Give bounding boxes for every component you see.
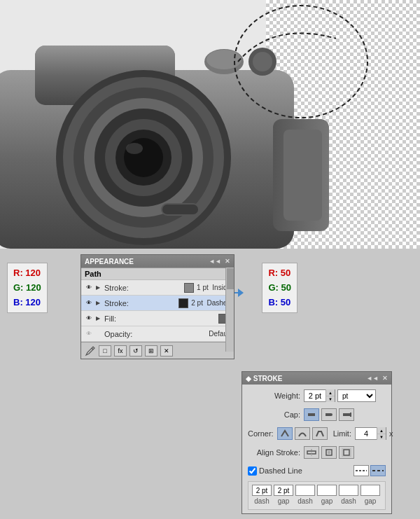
fill-label: Fill:: [104, 314, 218, 323]
svg-rect-25: [350, 413, 351, 417]
align-outside-button[interactable]: [339, 446, 354, 459]
align-center-button[interactable]: [304, 446, 319, 459]
cap-round-button[interactable]: [321, 408, 337, 421]
cap-label: Cap:: [248, 410, 300, 419]
svg-rect-30: [344, 450, 349, 455]
appearance-panel: APPEARANCE ◄◄ ✕ Path 👁 ▶ Stroke: 1 pt In…: [80, 254, 234, 359]
align-inside-button[interactable]: [321, 446, 337, 459]
align-control: [304, 446, 354, 459]
corner-miter-button[interactable]: [277, 427, 293, 440]
limit-box: Limit: ▲ ▼ x: [333, 427, 393, 440]
cap-square-button[interactable]: [339, 408, 354, 421]
camera-illustration: [0, 0, 420, 249]
svg-rect-24: [343, 413, 350, 416]
weight-input[interactable]: [304, 392, 326, 400]
weight-spinner-arrows: ▲ ▼: [326, 389, 335, 402]
dashed-line-label: Dashed Line: [259, 466, 302, 475]
dash-input-3[interactable]: [339, 485, 358, 496]
appearance-header-label: Path: [85, 270, 102, 278]
weight-up-button[interactable]: ▲: [326, 389, 335, 396]
limit-input[interactable]: [356, 429, 377, 438]
svg-rect-21: [308, 413, 315, 416]
appearance-titlebar: APPEARANCE ◄◄ ✕: [81, 255, 234, 268]
weight-label: Weight:: [248, 392, 300, 400]
cap-butt-button[interactable]: [304, 408, 319, 421]
dash-sublabel-1: dash: [252, 497, 272, 505]
dash-sublabel-3: dash: [339, 497, 358, 505]
delete-button[interactable]: ✕: [160, 345, 173, 357]
stroke1-swatch[interactable]: [184, 283, 194, 293]
corner-bevel-button[interactable]: [312, 427, 328, 440]
stroke2-swatch[interactable]: [178, 298, 188, 308]
gap-input-3[interactable]: [360, 485, 380, 496]
dash-preview-1[interactable]: [354, 465, 369, 476]
color-g-right: G: 50: [268, 281, 291, 296]
clear-button[interactable]: ↺: [130, 345, 142, 357]
gap-sublabel-2: gap: [317, 497, 337, 505]
pencil-icon[interactable]: [85, 345, 96, 357]
weight-down-button[interactable]: ▼: [326, 396, 335, 402]
visibility-icon-3[interactable]: 👁: [84, 314, 94, 324]
visibility-icon-2[interactable]: 👁: [84, 298, 94, 308]
stroke-title: ◆ STROKE: [246, 375, 282, 382]
limit-down-button[interactable]: ▼: [377, 434, 386, 440]
svg-rect-29: [328, 451, 330, 454]
visibility-icon-1[interactable]: 👁: [84, 283, 94, 293]
corner-round-button[interactable]: [295, 427, 310, 440]
connector-arrowhead: [238, 289, 244, 297]
stroke-panel-body: Weight: ▲ ▼ pt px mm: [242, 385, 391, 513]
dashed-line-checkbox-label[interactable]: Dashed Line: [248, 466, 302, 476]
weight-unit-select[interactable]: pt px mm: [337, 389, 376, 402]
limit-spinner[interactable]: ▲ ▼: [355, 427, 386, 440]
gap-sublabel-3: gap: [360, 497, 380, 505]
stroke-align-row: Align Stroke:: [248, 445, 386, 460]
scrollbar-thumb[interactable]: [227, 268, 234, 289]
appearance-row-stroke2[interactable]: 👁 ▶ Stroke: 2 pt Dashed: [81, 296, 234, 311]
new-item-button[interactable]: □: [99, 345, 111, 357]
gap-input-2[interactable]: [317, 485, 337, 496]
svg-point-13: [126, 143, 143, 154]
expand-icon-2[interactable]: ▶: [96, 300, 103, 307]
duplicate-button[interactable]: ⊞: [145, 345, 158, 357]
stroke-panel: ◆ STROKE ◄◄ ✕ Weight: ▲ ▼ pt: [241, 371, 392, 514]
gap-input-1[interactable]: [274, 485, 293, 496]
appearance-scrollbar[interactable]: [225, 268, 234, 352]
opacity-label: Opacity:: [104, 330, 209, 338]
weight-spinner[interactable]: ▲ ▼: [304, 389, 335, 402]
appearance-title: APPEARANCE: [85, 258, 134, 265]
stroke-titlebar-controls[interactable]: ◄◄ ✕: [366, 375, 388, 382]
appearance-row-stroke1[interactable]: 👁 ▶ Stroke: 1 pt Inside: [81, 280, 234, 296]
limit-up-button[interactable]: ▲: [377, 427, 386, 434]
expand-icon-1[interactable]: ▶: [96, 284, 103, 291]
appearance-row-opacity[interactable]: 👁 Opacity: Default: [81, 326, 234, 342]
svg-rect-17: [162, 205, 198, 214]
stroke-titlebar: ◆ STROKE ◄◄ ✕: [242, 372, 391, 385]
stroke1-label: Stroke:: [104, 284, 184, 292]
appearance-titlebar-controls[interactable]: ◄◄ ✕: [209, 258, 230, 265]
color-r-left: R: 120: [13, 266, 41, 281]
limit-spinner-arrows: ▲ ▼: [377, 427, 386, 440]
limit-label: Limit:: [333, 429, 351, 438]
dash-preview-2[interactable]: [370, 465, 386, 476]
svg-rect-15: [284, 130, 322, 221]
color-b-right: B: 50: [268, 296, 291, 310]
color-annotation-left: R: 120 G: 120 B: 120: [7, 263, 48, 313]
svg-point-19: [253, 52, 272, 71]
dashed-line-checkbox[interactable]: [248, 466, 257, 476]
stroke-corner-row: Corner: Limit:: [248, 426, 386, 441]
color-g-left: G: 120: [13, 281, 41, 296]
corner-control: Limit: ▲ ▼ x: [277, 427, 393, 440]
color-annotation-right: R: 50 G: 50 B: 50: [262, 263, 298, 313]
expand-icon-3[interactable]: ▶: [96, 315, 103, 322]
appearance-row-fill[interactable]: 👁 ▶ Fill:: [81, 311, 234, 326]
appearance-toolbar: □ fx ↺ ⊞ ✕: [81, 342, 234, 359]
dash-input-1[interactable]: [252, 485, 272, 496]
svg-point-4: [206, 50, 241, 69]
canvas-area: [0, 0, 420, 249]
visibility-icon-4[interactable]: 👁: [84, 329, 94, 339]
dash-input-2[interactable]: [295, 485, 315, 496]
dash-values-row: [252, 485, 382, 496]
fx-button[interactable]: fx: [114, 345, 127, 357]
dash-sublabel-2: dash: [295, 497, 315, 505]
color-b-left: B: 120: [13, 296, 41, 310]
